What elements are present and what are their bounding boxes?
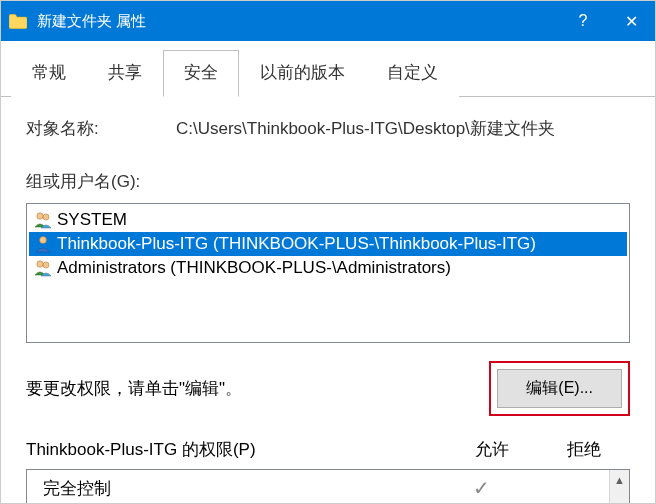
table-row: 完全控制 ✓	[27, 470, 629, 504]
users-listbox[interactable]: SYSTEM Thinkbook-Plus-ITG (THINKBOOK-PLU…	[26, 203, 630, 343]
list-item[interactable]: SYSTEM	[29, 208, 627, 232]
groups-users-label: 组或用户名(G):	[26, 170, 630, 193]
security-tab-content: 对象名称: C:\Users\Thinkbook-Plus-ITG\Deskto…	[1, 97, 655, 504]
object-path-row: 对象名称: C:\Users\Thinkbook-Plus-ITG\Deskto…	[26, 117, 630, 140]
list-item[interactable]: Thinkbook-Plus-ITG (THINKBOOK-PLUS-\Thin…	[29, 232, 627, 256]
tab-sharing[interactable]: 共享	[87, 50, 163, 97]
titlebar-controls: ? ✕	[559, 1, 655, 41]
titlebar-left: 新建文件夹 属性	[9, 12, 146, 31]
svg-point-3	[37, 261, 43, 267]
list-item-label: SYSTEM	[57, 210, 127, 230]
svg-point-4	[43, 262, 49, 268]
edit-hint: 要更改权限，请单击"编辑"。	[26, 377, 242, 400]
object-name-value: C:\Users\Thinkbook-Plus-ITG\Desktop\新建文件…	[176, 117, 630, 140]
permissions-list: 完全控制 ✓ ▲	[26, 469, 630, 504]
list-item-label: Thinkbook-Plus-ITG (THINKBOOK-PLUS-\Thin…	[57, 234, 536, 254]
edit-highlight-box: 编辑(E)...	[489, 361, 630, 416]
tab-customize[interactable]: 自定义	[366, 50, 459, 97]
tab-security[interactable]: 安全	[163, 50, 239, 97]
permission-name: 完全控制	[37, 477, 435, 500]
list-item-label: Administrators (THINKBOOK-PLUS-\Administ…	[57, 258, 451, 278]
help-button[interactable]: ?	[559, 1, 607, 41]
deny-column-header: 拒绝	[538, 438, 630, 461]
tab-strip: 常规 共享 安全 以前的版本 自定义	[1, 49, 655, 97]
allow-cell: ✓	[435, 476, 527, 500]
edit-row: 要更改权限，请单击"编辑"。 编辑(E)...	[26, 361, 630, 416]
tab-general[interactable]: 常规	[11, 50, 87, 97]
object-name-label: 对象名称:	[26, 117, 176, 140]
edit-button[interactable]: 编辑(E)...	[497, 369, 622, 408]
group-icon	[33, 258, 53, 278]
svg-point-2	[40, 237, 47, 244]
group-icon	[33, 210, 53, 230]
titlebar: 新建文件夹 属性 ? ✕	[1, 1, 655, 41]
scrollbar[interactable]: ▲	[609, 470, 629, 504]
allow-column-header: 允许	[446, 438, 538, 461]
scroll-up-icon[interactable]: ▲	[610, 470, 629, 490]
permissions-header: Thinkbook-Plus-ITG 的权限(P) 允许 拒绝	[26, 438, 630, 461]
tab-previous-versions[interactable]: 以前的版本	[239, 50, 366, 97]
svg-point-0	[37, 213, 43, 219]
close-button[interactable]: ✕	[607, 1, 655, 41]
window-title: 新建文件夹 属性	[37, 12, 146, 31]
permissions-title: Thinkbook-Plus-ITG 的权限(P)	[26, 438, 446, 461]
list-item[interactable]: Administrators (THINKBOOK-PLUS-\Administ…	[29, 256, 627, 280]
folder-icon	[9, 14, 27, 29]
svg-point-1	[43, 214, 49, 220]
user-icon	[33, 234, 53, 254]
